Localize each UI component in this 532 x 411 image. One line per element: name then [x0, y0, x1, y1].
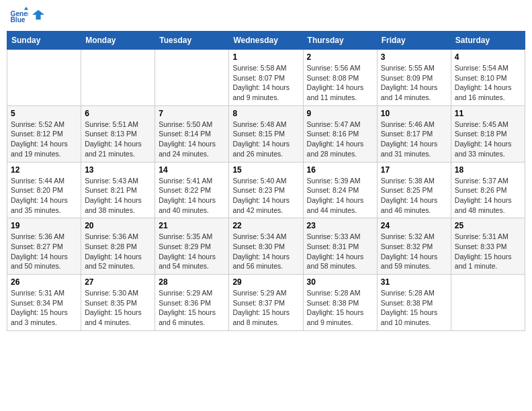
day-cell: 2Sunrise: 5:56 AMSunset: 8:08 PMDaylight…	[303, 50, 377, 106]
week-row-3: 12Sunrise: 5:44 AMSunset: 8:20 PMDayligh…	[7, 162, 525, 218]
day-cell: 31Sunrise: 5:28 AMSunset: 8:38 PMDayligh…	[377, 275, 451, 331]
day-number: 13	[85, 165, 151, 175]
day-info: Sunrise: 5:38 AMSunset: 8:25 PMDaylight:…	[381, 176, 447, 216]
day-cell: 27Sunrise: 5:30 AMSunset: 8:35 PMDayligh…	[81, 275, 155, 331]
day-number: 7	[159, 109, 225, 118]
day-cell: 6Sunrise: 5:51 AMSunset: 8:13 PMDaylight…	[81, 105, 155, 162]
day-cell: 12Sunrise: 5:44 AMSunset: 8:20 PMDayligh…	[7, 162, 81, 218]
day-cell	[7, 50, 81, 106]
day-cell: 15Sunrise: 5:40 AMSunset: 8:23 PMDayligh…	[229, 162, 303, 218]
day-number: 30	[307, 277, 373, 287]
day-number: 11	[455, 109, 521, 118]
day-cell: 11Sunrise: 5:45 AMSunset: 8:18 PMDayligh…	[451, 105, 525, 162]
day-number: 28	[159, 277, 225, 287]
day-info: Sunrise: 5:47 AMSunset: 8:16 PMDaylight:…	[307, 120, 373, 159]
day-info: Sunrise: 5:52 AMSunset: 8:12 PMDaylight:…	[11, 120, 77, 159]
day-cell: 7Sunrise: 5:50 AMSunset: 8:14 PMDaylight…	[155, 105, 229, 162]
day-cell: 13Sunrise: 5:43 AMSunset: 8:21 PMDayligh…	[81, 162, 155, 218]
day-number: 6	[85, 109, 151, 118]
logo-icon: General Blue	[9, 7, 28, 26]
day-cell: 28Sunrise: 5:29 AMSunset: 8:36 PMDayligh…	[155, 275, 229, 331]
day-info: Sunrise: 5:29 AMSunset: 8:36 PMDaylight:…	[159, 288, 225, 328]
day-cell: 23Sunrise: 5:33 AMSunset: 8:31 PMDayligh…	[303, 218, 377, 275]
day-cell: 9Sunrise: 5:47 AMSunset: 8:16 PMDaylight…	[303, 105, 377, 162]
col-header-thursday: Thursday	[303, 32, 377, 50]
day-cell: 24Sunrise: 5:32 AMSunset: 8:32 PMDayligh…	[377, 218, 451, 275]
week-row-1: 1Sunrise: 5:58 AMSunset: 8:07 PMDaylight…	[7, 50, 525, 106]
day-info: Sunrise: 5:45 AMSunset: 8:18 PMDaylight:…	[455, 120, 521, 159]
day-number: 4	[455, 52, 521, 62]
day-info: Sunrise: 5:37 AMSunset: 8:26 PMDaylight:…	[455, 176, 521, 216]
day-cell: 26Sunrise: 5:31 AMSunset: 8:34 PMDayligh…	[7, 275, 81, 331]
day-cell	[155, 50, 229, 106]
day-info: Sunrise: 5:30 AMSunset: 8:35 PMDaylight:…	[85, 288, 151, 328]
day-number: 21	[159, 221, 225, 230]
day-number: 3	[381, 52, 447, 62]
day-number: 2	[307, 52, 373, 62]
day-cell: 17Sunrise: 5:38 AMSunset: 8:25 PMDayligh…	[377, 162, 451, 218]
day-cell: 10Sunrise: 5:46 AMSunset: 8:17 PMDayligh…	[377, 105, 451, 162]
day-number: 5	[11, 109, 77, 118]
day-number: 25	[455, 221, 521, 230]
day-cell: 22Sunrise: 5:34 AMSunset: 8:30 PMDayligh…	[229, 218, 303, 275]
col-header-wednesday: Wednesday	[229, 32, 303, 50]
col-header-tuesday: Tuesday	[155, 32, 229, 50]
day-number: 1	[232, 52, 299, 62]
svg-marker-3	[32, 10, 44, 19]
day-info: Sunrise: 5:56 AMSunset: 8:08 PMDaylight:…	[307, 63, 373, 103]
day-info: Sunrise: 5:40 AMSunset: 8:23 PMDaylight:…	[232, 176, 299, 216]
day-info: Sunrise: 5:36 AMSunset: 8:28 PMDaylight:…	[85, 232, 151, 271]
day-number: 27	[85, 277, 151, 287]
day-number: 26	[11, 277, 77, 287]
day-number: 16	[307, 165, 373, 175]
day-cell: 5Sunrise: 5:52 AMSunset: 8:12 PMDaylight…	[7, 105, 81, 162]
day-info: Sunrise: 5:28 AMSunset: 8:38 PMDaylight:…	[307, 288, 373, 328]
day-cell: 1Sunrise: 5:58 AMSunset: 8:07 PMDaylight…	[229, 50, 303, 106]
day-info: Sunrise: 5:32 AMSunset: 8:32 PMDaylight:…	[381, 232, 447, 271]
day-cell: 3Sunrise: 5:55 AMSunset: 8:09 PMDaylight…	[377, 50, 451, 106]
day-number: 17	[381, 165, 447, 175]
day-cell: 4Sunrise: 5:54 AMSunset: 8:10 PMDaylight…	[451, 50, 525, 106]
day-info: Sunrise: 5:43 AMSunset: 8:21 PMDaylight:…	[85, 176, 151, 216]
day-number: 15	[232, 165, 299, 175]
col-header-monday: Monday	[81, 32, 155, 50]
day-number: 29	[232, 277, 299, 287]
day-number: 23	[307, 221, 373, 230]
day-info: Sunrise: 5:44 AMSunset: 8:20 PMDaylight:…	[11, 176, 77, 216]
day-number: 14	[159, 165, 225, 175]
day-cell: 20Sunrise: 5:36 AMSunset: 8:28 PMDayligh…	[81, 218, 155, 275]
svg-marker-2	[24, 7, 28, 10]
svg-text:Blue: Blue	[11, 16, 26, 24]
day-info: Sunrise: 5:39 AMSunset: 8:24 PMDaylight:…	[307, 176, 373, 216]
day-info: Sunrise: 5:34 AMSunset: 8:30 PMDaylight:…	[232, 232, 299, 271]
day-cell: 25Sunrise: 5:31 AMSunset: 8:33 PMDayligh…	[451, 218, 525, 275]
day-cell: 8Sunrise: 5:48 AMSunset: 8:15 PMDaylight…	[229, 105, 303, 162]
day-cell: 21Sunrise: 5:35 AMSunset: 8:29 PMDayligh…	[155, 218, 229, 275]
day-info: Sunrise: 5:54 AMSunset: 8:10 PMDaylight:…	[455, 63, 521, 103]
day-cell: 19Sunrise: 5:36 AMSunset: 8:27 PMDayligh…	[7, 218, 81, 275]
col-header-sunday: Sunday	[7, 32, 81, 50]
day-cell: 29Sunrise: 5:29 AMSunset: 8:37 PMDayligh…	[229, 275, 303, 331]
day-number: 31	[381, 277, 447, 287]
day-info: Sunrise: 5:36 AMSunset: 8:27 PMDaylight:…	[11, 232, 77, 271]
page-header: General Blue	[7, 7, 525, 26]
day-number: 18	[455, 165, 521, 175]
logo: General Blue	[9, 7, 44, 26]
day-info: Sunrise: 5:31 AMSunset: 8:34 PMDaylight:…	[11, 288, 77, 328]
col-header-saturday: Saturday	[451, 32, 525, 50]
day-cell: 16Sunrise: 5:39 AMSunset: 8:24 PMDayligh…	[303, 162, 377, 218]
day-number: 8	[232, 109, 299, 118]
day-number: 12	[11, 165, 77, 175]
day-info: Sunrise: 5:50 AMSunset: 8:14 PMDaylight:…	[159, 120, 225, 159]
col-header-friday: Friday	[377, 32, 451, 50]
day-cell	[81, 50, 155, 106]
day-info: Sunrise: 5:51 AMSunset: 8:13 PMDaylight:…	[85, 120, 151, 159]
day-cell: 14Sunrise: 5:41 AMSunset: 8:22 PMDayligh…	[155, 162, 229, 218]
day-info: Sunrise: 5:55 AMSunset: 8:09 PMDaylight:…	[381, 63, 447, 103]
week-row-4: 19Sunrise: 5:36 AMSunset: 8:27 PMDayligh…	[7, 218, 525, 275]
day-number: 20	[85, 221, 151, 230]
day-info: Sunrise: 5:28 AMSunset: 8:38 PMDaylight:…	[381, 288, 447, 328]
day-info: Sunrise: 5:58 AMSunset: 8:07 PMDaylight:…	[232, 63, 299, 103]
logo-bird-icon	[32, 9, 44, 21]
week-row-5: 26Sunrise: 5:31 AMSunset: 8:34 PMDayligh…	[7, 275, 525, 331]
